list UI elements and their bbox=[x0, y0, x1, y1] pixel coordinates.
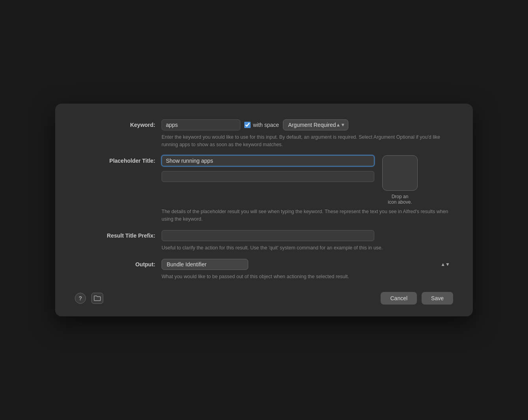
bottom-bar: ? Cancel Save bbox=[75, 292, 453, 305]
result-title-prefix-content: Useful to clarify the action for this re… bbox=[162, 230, 453, 252]
keyword-label: Keyword: bbox=[75, 119, 162, 128]
output-select-wrapper: Bundle Identifier Application Path Appli… bbox=[162, 259, 453, 270]
placeholder-title-row: Placeholder Title: Drop anicon above. Th… bbox=[75, 155, 453, 223]
folder-button[interactable] bbox=[91, 293, 103, 304]
folder-icon bbox=[94, 295, 101, 301]
with-space-checkbox[interactable] bbox=[244, 122, 251, 128]
placeholder-subtext-hint: The details of the placeholder result yo… bbox=[162, 208, 453, 223]
placeholder-subtext-input[interactable] bbox=[162, 171, 374, 182]
output-content: Bundle Identifier Application Path Appli… bbox=[162, 259, 453, 281]
argument-select[interactable]: Argument Required Argument Optional No A… bbox=[283, 119, 348, 130]
cancel-button[interactable]: Cancel bbox=[381, 292, 417, 305]
result-title-prefix-label: Result Title Prefix: bbox=[75, 230, 162, 239]
placeholder-controls: Drop anicon above. bbox=[162, 155, 453, 205]
icon-drop-area[interactable] bbox=[382, 155, 418, 191]
keyword-controls: with space Argument Required Argument Op… bbox=[162, 119, 453, 130]
save-button[interactable]: Save bbox=[422, 292, 453, 305]
with-space-label[interactable]: with space bbox=[244, 122, 279, 128]
keyword-input[interactable] bbox=[162, 119, 240, 130]
placeholder-inputs bbox=[162, 155, 374, 182]
result-title-prefix-hint: Useful to clarify the action for this re… bbox=[162, 244, 453, 252]
keyword-hint: Enter the keyword you would like to use … bbox=[162, 134, 453, 149]
keyword-row: Keyword: with space Argument Required Ar… bbox=[75, 119, 453, 149]
output-row: Output: Bundle Identifier Application Pa… bbox=[75, 259, 453, 281]
placeholder-title-content: Drop anicon above. The details of the pl… bbox=[162, 155, 453, 223]
icon-drop-wrapper: Drop anicon above. bbox=[382, 155, 418, 205]
result-title-prefix-row: Result Title Prefix: Useful to clarify t… bbox=[75, 230, 453, 252]
keyword-content: with space Argument Required Argument Op… bbox=[162, 119, 453, 149]
output-hint: What you would like to be passed out of … bbox=[162, 273, 453, 281]
help-button[interactable]: ? bbox=[75, 293, 86, 304]
output-label: Output: bbox=[75, 259, 162, 268]
argument-select-wrapper: Argument Required Argument Optional No A… bbox=[283, 119, 348, 130]
settings-dialog: Keyword: with space Argument Required Ar… bbox=[55, 104, 473, 317]
with-space-text: with space bbox=[253, 122, 279, 128]
output-select-arrow-icon: ▲▼ bbox=[441, 262, 450, 267]
bottom-right-actions: Cancel Save bbox=[381, 292, 453, 305]
bottom-left-actions: ? bbox=[75, 293, 103, 304]
icon-drop-label: Drop anicon above. bbox=[388, 194, 412, 205]
result-title-prefix-input[interactable] bbox=[162, 230, 374, 241]
placeholder-title-label: Placeholder Title: bbox=[75, 155, 162, 164]
output-select[interactable]: Bundle Identifier Application Path Appli… bbox=[162, 259, 248, 270]
placeholder-title-input[interactable] bbox=[162, 155, 374, 166]
